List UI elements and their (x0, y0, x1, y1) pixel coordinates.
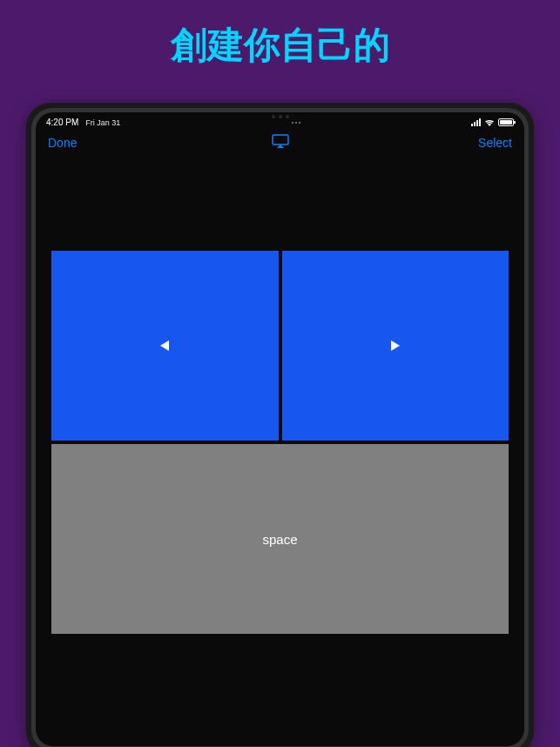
space-button-label: space (262, 532, 297, 547)
status-left: 4:20 PM Fri Jan 31 (46, 118, 120, 127)
tablet-screen: 4:20 PM Fri Jan 31 (36, 112, 524, 746)
arrow-button-row (51, 251, 509, 441)
space-button[interactable]: space (51, 444, 509, 634)
left-arrow-button[interactable] (51, 251, 279, 441)
tablet-bezel: 4:20 PM Fri Jan 31 (31, 108, 529, 747)
done-button[interactable]: Done (48, 136, 77, 150)
triangle-left-icon (160, 340, 169, 351)
tablet-frame: 4:20 PM Fri Jan 31 (26, 103, 534, 747)
page-title: 創建你自己的 (0, 0, 560, 87)
content-area: space (36, 251, 524, 634)
status-right (471, 118, 514, 126)
airplay-icon[interactable] (272, 134, 289, 151)
camera-dots (272, 115, 289, 118)
status-date: Fri Jan 31 (85, 118, 120, 127)
status-center-dots (292, 122, 300, 124)
select-button[interactable]: Select (478, 136, 512, 150)
nav-bar: Done Select (36, 129, 524, 157)
triangle-right-icon (391, 340, 400, 351)
svg-rect-0 (273, 135, 288, 145)
battery-icon (498, 118, 514, 126)
status-time: 4:20 PM (46, 118, 78, 127)
signal-icon (471, 118, 481, 126)
right-arrow-button[interactable] (282, 251, 509, 441)
wifi-icon (484, 118, 495, 126)
